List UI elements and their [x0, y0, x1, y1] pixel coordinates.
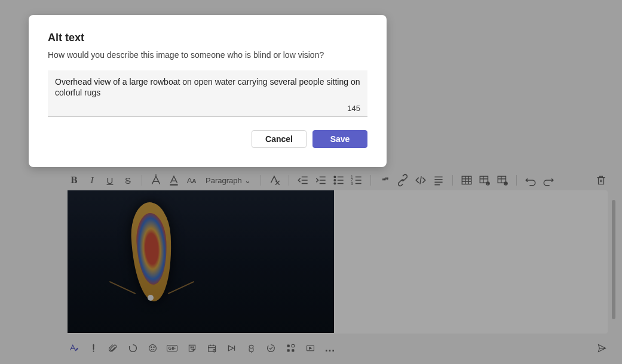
modal-button-row: Cancel Save	[48, 130, 367, 148]
modal-description: How would you describe this image to som…	[48, 50, 367, 60]
character-count: 145	[55, 104, 360, 113]
alt-text-input[interactable]	[55, 76, 360, 98]
save-button[interactable]: Save	[312, 130, 367, 148]
alt-text-modal: Alt text How would you describe this ima…	[29, 15, 387, 167]
alt-text-field-wrapper: 145	[48, 70, 367, 117]
modal-title: Alt text	[48, 32, 367, 44]
cancel-button[interactable]: Cancel	[252, 130, 307, 148]
